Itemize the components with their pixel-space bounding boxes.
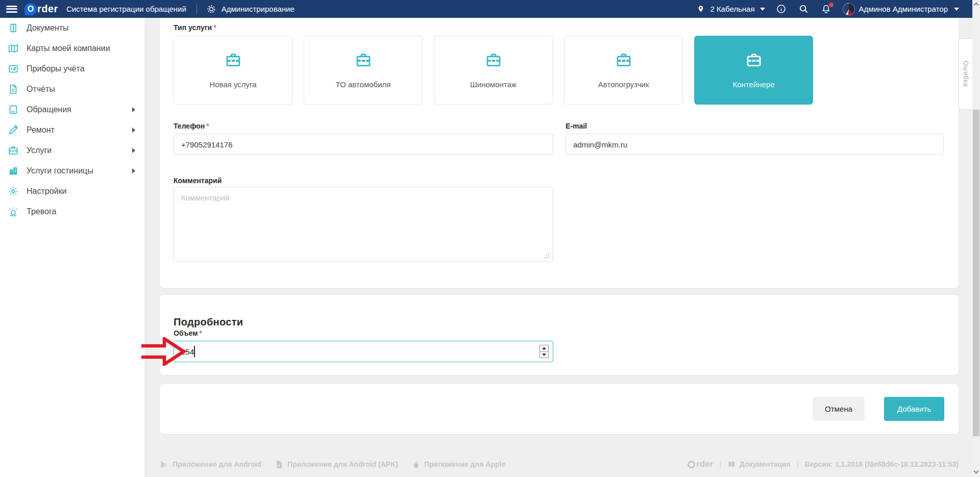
avatar — [843, 3, 855, 15]
location-label: 2 Кабельная — [710, 5, 754, 13]
chevron-right-icon — [132, 107, 135, 112]
volume-label: Объем* — [174, 329, 202, 337]
email-label: E-mail — [566, 122, 587, 130]
number-spinner — [540, 345, 549, 358]
briefcase-icon — [484, 52, 503, 69]
settings-icon — [8, 186, 19, 197]
header-divider — [197, 5, 197, 14]
nav-administration[interactable]: Администрирование — [205, 3, 295, 15]
service-type-cards: Новая услуга ТО автомобиля — [174, 36, 813, 105]
admin-gear-icon — [205, 3, 217, 15]
footer-logo-o — [688, 461, 695, 468]
nav-administration-label: Администрирование — [222, 5, 295, 13]
chevron-right-icon — [132, 128, 135, 133]
volume-field — [174, 341, 553, 362]
service-type-card-container[interactable]: Контейнере — [694, 36, 813, 105]
email-input[interactable] — [566, 134, 944, 155]
sidebar-item-reports[interactable]: Отчёты — [0, 79, 144, 99]
service-type-card-new[interactable]: Новая услуга — [174, 36, 292, 105]
book-icon — [727, 460, 736, 469]
android-apk-link[interactable]: Приложение для Android (APK) — [275, 460, 398, 469]
logo-o-bubble: O — [24, 3, 37, 15]
volume-input[interactable] — [174, 341, 553, 362]
error-tab[interactable]: Ошибка — [959, 38, 972, 110]
location-selector[interactable]: 2 Кабельная — [695, 3, 765, 15]
info-button[interactable] — [775, 3, 788, 15]
header-right: 2 Кабельная — [695, 3, 972, 15]
notification-badge — [829, 3, 834, 7]
actions-panel: Отмена Добавить — [160, 384, 959, 434]
user-name: Админов Администратор — [859, 5, 948, 13]
reports-icon — [8, 84, 19, 95]
app-logo[interactable]: O rder — [24, 3, 58, 15]
repair-icon — [8, 124, 19, 136]
sidebar-item-documents[interactable]: Документы — [0, 18, 144, 38]
chevron-down-icon — [954, 8, 959, 11]
google-play-icon — [160, 460, 168, 469]
chevron-down-icon — [760, 8, 765, 11]
footer-brand-logo: rder — [688, 459, 713, 469]
location-pin-icon — [695, 3, 707, 15]
services-icon — [8, 145, 19, 156]
sidebar-item-services[interactable]: Услуги — [0, 140, 144, 161]
hamburger-icon[interactable] — [6, 6, 17, 13]
scrollbar-thumb[interactable] — [973, 110, 979, 436]
sidebar-item-meters[interactable]: Приборы учёта — [0, 59, 144, 79]
comment-textarea[interactable] — [174, 187, 553, 262]
search-button[interactable] — [798, 3, 810, 15]
briefcase-icon — [744, 52, 764, 69]
request-form-panel: Тип услуги* Новая услуга — [160, 18, 959, 288]
alarm-icon — [8, 206, 19, 217]
apk-file-icon — [275, 460, 283, 469]
footer-right: rder | Документация | Версия: 1.1.2016 (… — [688, 459, 959, 469]
submit-button[interactable]: Добавить — [884, 397, 944, 421]
top-bar: O rder Система регистрации обращений Адм… — [0, 0, 972, 18]
user-menu[interactable]: Админов Администратор — [843, 3, 959, 15]
sidebar: Документы Карты моей компании Приборы уч… — [0, 18, 144, 477]
apple-icon — [411, 460, 420, 469]
briefcase-icon — [224, 52, 243, 69]
cancel-button[interactable]: Отмена — [813, 397, 865, 421]
documentation-link[interactable]: Документация — [727, 460, 791, 469]
appeals-icon — [8, 104, 19, 115]
service-type-card-forklift[interactable]: Автопогрузчик — [564, 36, 683, 105]
documents-icon — [8, 22, 19, 34]
sidebar-item-company-maps[interactable]: Карты моей компании — [0, 38, 144, 59]
details-heading: Подробности — [174, 316, 243, 328]
chevron-right-icon — [132, 148, 135, 153]
hotel-services-icon — [8, 165, 19, 177]
briefcase-icon — [354, 52, 373, 69]
text-cursor — [194, 346, 195, 357]
comment-label: Комментарий — [174, 177, 222, 185]
service-type-card-tire-service[interactable]: Шиномонтаж — [434, 36, 553, 105]
notifications-button[interactable] — [820, 3, 832, 15]
footer: Приложение для Android Приложение для An… — [160, 456, 959, 473]
spinner-up-button[interactable] — [540, 345, 548, 352]
sidebar-item-settings[interactable]: Настройки — [0, 181, 144, 202]
briefcase-icon — [614, 52, 633, 69]
sidebar-item-repair[interactable]: Ремонт — [0, 120, 144, 140]
scroll-up-arrow[interactable] — [974, 3, 979, 8]
annotation-arrow — [141, 337, 186, 366]
spinner-down-button[interactable] — [540, 352, 548, 358]
version-label: Версия: 1.1.2016 (f8e68d6c-18.12.2023-11… — [804, 460, 959, 468]
service-type-card-car-maintenance[interactable]: ТО автомобиля — [304, 36, 423, 105]
meters-icon — [8, 63, 19, 74]
app-root: O rder Система регистрации обращений Адм… — [0, 0, 980, 477]
vertical-scrollbar[interactable] — [972, 0, 980, 477]
company-maps-icon — [8, 43, 19, 54]
apple-app-link[interactable]: Приложение для Apple — [411, 460, 505, 469]
sidebar-item-appeals[interactable]: Обращения — [0, 99, 144, 120]
sidebar-item-hotel-services[interactable]: Услуги гостиницы — [0, 161, 144, 181]
resize-handle[interactable] — [546, 255, 547, 256]
android-app-link[interactable]: Приложение для Android — [160, 460, 261, 469]
chevron-right-icon — [132, 168, 135, 173]
scroll-down-arrow[interactable] — [974, 469, 979, 474]
app-title: Система регистрации обращений — [66, 5, 186, 13]
phone-label: Телефон* — [174, 122, 209, 130]
details-panel: Подробности Объем* — [160, 295, 959, 375]
phone-input[interactable] — [174, 134, 553, 155]
sidebar-item-alarm[interactable]: Тревога — [0, 202, 144, 222]
service-type-label: Тип услуги* — [174, 23, 216, 32]
